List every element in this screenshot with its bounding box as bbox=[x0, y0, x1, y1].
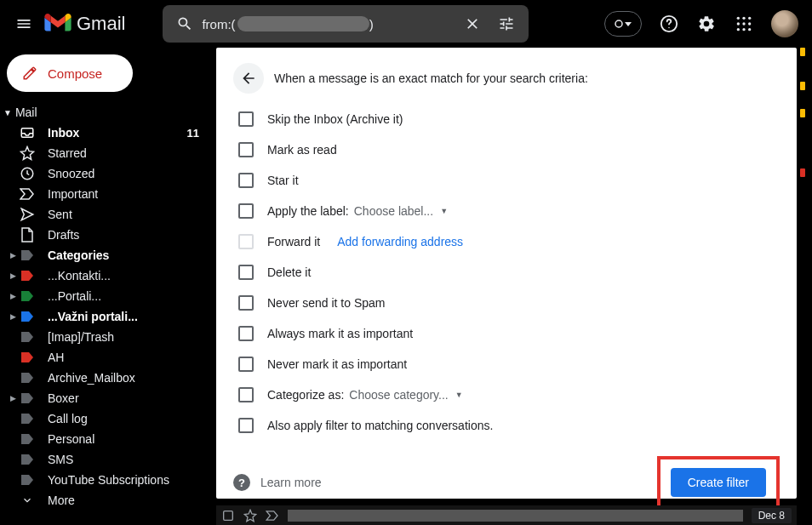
add-forwarding-address-link[interactable]: Add forwarding address bbox=[337, 235, 463, 248]
checkbox-disabled bbox=[238, 234, 254, 249]
filter-option-never-spam[interactable]: Never send it to Spam bbox=[233, 288, 780, 318]
filter-option-label: Forward it bbox=[267, 235, 320, 248]
svg-rect-14 bbox=[224, 511, 233, 521]
chevron-down-icon bbox=[625, 22, 632, 26]
search-icon[interactable] bbox=[168, 7, 202, 41]
filter-option-apply-label[interactable]: Apply the label:Choose label...▼ bbox=[233, 196, 780, 226]
message-date: Dec 8 bbox=[752, 508, 792, 523]
checkbox[interactable] bbox=[238, 357, 254, 372]
svg-point-10 bbox=[742, 28, 745, 31]
sidebar-item-boxer[interactable]: ▶ Boxer bbox=[0, 388, 208, 408]
sidebar-item-ah[interactable]: ▶ AH bbox=[0, 347, 208, 368]
checkbox[interactable] bbox=[238, 265, 254, 280]
sidebar-item-more[interactable]: ▶ More bbox=[0, 490, 208, 511]
checkbox[interactable] bbox=[238, 111, 254, 127]
filter-option-never-important[interactable]: Never mark it as important bbox=[233, 349, 780, 379]
filter-option-delete[interactable]: Delete it bbox=[233, 257, 780, 288]
sidebar-item-call-log[interactable]: ▶ Call log bbox=[0, 408, 208, 429]
checkbox[interactable] bbox=[238, 173, 254, 188]
account-avatar[interactable] bbox=[771, 10, 798, 37]
choose-label-dropdown[interactable]: Choose label...▼ bbox=[354, 204, 448, 218]
search-input[interactable]: from:( ) bbox=[202, 16, 455, 31]
sidebar-item-label: Sent bbox=[48, 208, 199, 221]
settings-button[interactable] bbox=[689, 7, 723, 41]
main-menu-button[interactable] bbox=[7, 7, 41, 41]
sidebar-item-inbox[interactable]: Inbox 11 bbox=[0, 123, 208, 143]
file-icon bbox=[19, 226, 36, 243]
checkbox-icon[interactable] bbox=[221, 509, 235, 522]
sidebar-item-count: 11 bbox=[187, 127, 199, 140]
sidebar-item-important[interactable]: Important bbox=[0, 184, 208, 204]
sidebar-item-label: ...Portali... bbox=[48, 289, 199, 303]
label-icon bbox=[19, 267, 36, 284]
checkbox[interactable] bbox=[238, 387, 254, 402]
checkbox[interactable] bbox=[238, 203, 254, 219]
star-icon[interactable] bbox=[243, 509, 257, 522]
gmail-logo[interactable]: Gmail bbox=[44, 13, 125, 35]
filter-option-label: Star it bbox=[267, 174, 299, 187]
sidebar-item-youtube-subs[interactable]: ▶ YouTube Subscriptions bbox=[0, 470, 208, 490]
sidebar-item-label: Drafts bbox=[48, 228, 199, 242]
search-options-button[interactable] bbox=[489, 7, 523, 41]
header-right bbox=[598, 7, 805, 41]
checkbox[interactable] bbox=[238, 418, 254, 433]
message-row[interactable]: Dec 8 bbox=[216, 505, 797, 525]
message-content-redacted bbox=[288, 510, 743, 522]
arrow-left-icon bbox=[240, 70, 257, 87]
filter-option-forward[interactable]: Forward itAdd forwarding address bbox=[233, 226, 780, 257]
chevron-right-icon: ▶ bbox=[10, 251, 19, 260]
svg-point-6 bbox=[737, 22, 740, 25]
compose-button[interactable]: Compose bbox=[7, 54, 133, 92]
sidebar-item-sms[interactable]: ▶ SMS bbox=[0, 449, 208, 470]
filter-option-always-important[interactable]: Always mark it as important bbox=[233, 318, 780, 349]
sidebar-item-imap-trash[interactable]: ▶ [Imap]/Trash bbox=[0, 327, 208, 347]
sidebar-item-drafts[interactable]: Drafts bbox=[0, 225, 208, 245]
sidebar-item-portali[interactable]: ▶ ...Portali... bbox=[0, 286, 208, 306]
sidebar-item-kontakti[interactable]: ▶ ...Kontakti... bbox=[0, 265, 208, 286]
sidebar-item-label: ...Važni portali... bbox=[48, 310, 199, 323]
svg-point-9 bbox=[737, 28, 740, 31]
sidebar-item-personal[interactable]: ▶ Personal bbox=[0, 429, 208, 449]
label-icon bbox=[19, 390, 36, 407]
sidebar-item-starred[interactable]: Starred bbox=[0, 143, 208, 163]
help-icon[interactable]: ? bbox=[233, 474, 250, 491]
panel-title: When a message is an exact match for you… bbox=[274, 71, 588, 85]
chevron-down-icon: ▼ bbox=[455, 391, 463, 399]
learn-more-link[interactable]: Learn more bbox=[260, 476, 322, 489]
filter-option-star[interactable]: Star it bbox=[233, 165, 780, 196]
chevron-right-icon: ▶ bbox=[10, 271, 19, 280]
filter-option-skip-inbox[interactable]: Skip the Inbox (Archive it) bbox=[233, 104, 780, 134]
label-icon bbox=[19, 349, 36, 366]
filter-option-label: Never mark it as important bbox=[267, 357, 407, 371]
mail-section-header[interactable]: ▼ Mail bbox=[0, 99, 208, 123]
apps-button[interactable] bbox=[727, 7, 761, 41]
status-indicator[interactable] bbox=[604, 11, 642, 37]
checkbox[interactable] bbox=[238, 326, 254, 341]
sidebar-item-sent[interactable]: Sent bbox=[0, 204, 208, 225]
sidebar-item-label: Categories bbox=[48, 248, 199, 262]
checkbox[interactable] bbox=[238, 142, 254, 157]
sidebar-item-label: Snoozed bbox=[48, 167, 199, 180]
filter-option-categorize[interactable]: Categorize as:Choose category...▼ bbox=[233, 379, 780, 410]
checkbox[interactable] bbox=[238, 295, 254, 311]
sidebar-item-snoozed[interactable]: Snoozed bbox=[0, 163, 208, 184]
send-icon bbox=[19, 206, 36, 223]
create-filter-button[interactable]: Create filter bbox=[671, 468, 766, 497]
filter-option-mark-read[interactable]: Mark as read bbox=[233, 134, 780, 165]
search-bar[interactable]: from:( ) bbox=[163, 5, 529, 43]
filter-option-label: Always mark it as important bbox=[267, 327, 413, 340]
sidebar-item-categories[interactable]: ▶ Categories bbox=[0, 245, 208, 265]
label-icon bbox=[19, 308, 36, 325]
sidebar-item-label: Personal bbox=[48, 432, 199, 446]
filter-option-also-apply[interactable]: Also apply filter to matching conversati… bbox=[233, 410, 780, 441]
density-markers bbox=[800, 48, 805, 499]
support-button[interactable] bbox=[652, 7, 686, 41]
sidebar-item-archive-mailbox[interactable]: ▶ Archive_Mailbox bbox=[0, 368, 208, 388]
filter-option-label: Mark as read bbox=[267, 143, 337, 157]
apps-grid-icon bbox=[735, 15, 752, 32]
important-icon[interactable] bbox=[266, 511, 279, 521]
clear-search-button[interactable] bbox=[455, 7, 489, 41]
back-button[interactable] bbox=[233, 63, 264, 94]
choose-category-dropdown[interactable]: Choose category...▼ bbox=[349, 388, 462, 402]
sidebar-item-vazni-portali[interactable]: ▶ ...Važni portali... bbox=[0, 306, 208, 327]
